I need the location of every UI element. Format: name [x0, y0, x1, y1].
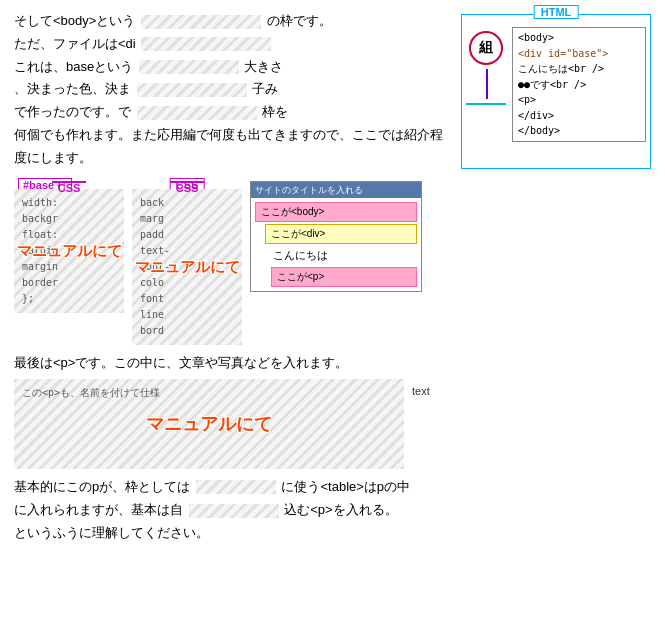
top-line4: 、決まった色、決ま 子み — [14, 78, 451, 101]
base-code-content: width: backgr float: margin margin borde… — [14, 189, 124, 313]
html-badge: HTML — [534, 5, 579, 19]
html-diagram: HTML 組 <body> <div id="base"> こんにちは<br /… — [461, 14, 651, 169]
top-line3: これは、baseという 大きさ — [14, 56, 451, 79]
top-line6: 何個でも作れます。また応用編で何度も出てきますので、ここでは紹介程度にします。 — [14, 124, 451, 170]
bottom-line3: 基本的にこのpが、枠としては に使う<table>はpの中 — [14, 475, 651, 498]
base-panel: #base {↓ width: backgr float: margin mar… — [14, 189, 124, 313]
large-code-wrapper: この<p>も、名前を付けて仕様 マニュアルにて text — [14, 379, 651, 469]
body-label-box: ここが<body> — [255, 202, 417, 222]
top-line2: ただ、ファイルは<di — [14, 33, 451, 56]
top-line1: そして<body>という の枠です。 — [14, 10, 451, 33]
large-code-panel: この<p>も、名前を付けて仕様 マニュアルにて — [14, 379, 404, 469]
large-manual-overlay: マニュアルにて — [146, 409, 272, 438]
large-code-content: この<p>も、名前を付けて仕様 マニュアルにて — [14, 379, 404, 469]
p-code-content: back marg padd text- font- colo font lin… — [132, 189, 242, 345]
top-text: そして<body>という の枠です。 ただ、ファイルは<di これは、baseと… — [14, 10, 451, 169]
right-diagram-titlebar: サイトのタイトルを入れる — [251, 182, 421, 198]
bottom-line4: に入れられますが、基本は自 込む<p>を入れる。 — [14, 498, 651, 521]
manual-overlay-2: マニュアルにて — [135, 255, 240, 279]
p-label-box: ここが<p> — [271, 267, 417, 287]
top-line5: で作ったのです。で 枠を — [14, 101, 451, 124]
p-panel: CSS p { back marg padd text- font- colo … — [132, 189, 242, 345]
bottom-line1: 最後は<p>です。この中に、文章や写真などを入れます。 — [14, 351, 651, 374]
kumi-circle: 組 — [469, 31, 503, 65]
right-diagram: サイトのタイトルを入れる ここが<body> ここが<div> こんにちは ここ… — [250, 181, 422, 292]
bottom-section: 最後は<p>です。この中に、文章や写真などを入れます。 この<p>も、名前を付け… — [14, 351, 651, 545]
konnichiwa-text: こんにちは — [271, 246, 417, 265]
manual-overlay-1: マニュアルにて — [17, 239, 122, 263]
html-code-block: <body> <div id="base"> こんにちは<br /> ●●です<… — [512, 27, 646, 142]
bottom-line5: というふうに理解してください。 — [14, 521, 651, 544]
text-label: text — [412, 379, 430, 397]
top-section: そして<body>という の枠です。 ただ、ファイルは<di これは、baseと… — [14, 10, 651, 169]
div-label-box: ここが<div> — [265, 224, 417, 244]
